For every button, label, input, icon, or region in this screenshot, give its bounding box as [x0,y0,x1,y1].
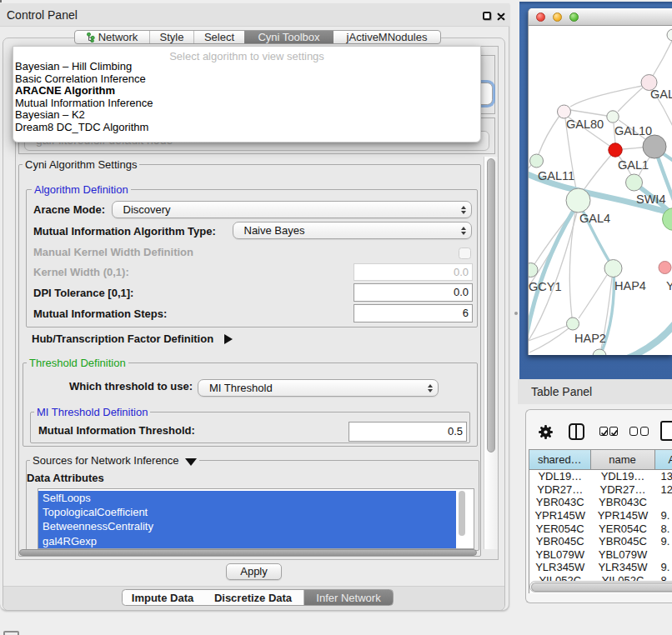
graph-edge[interactable] [579,275,607,318]
column-header[interactable]: A [655,450,672,470]
table-cell: 9. [655,509,672,522]
tab-infer-network[interactable]: Infer Network [304,590,393,605]
attributes-list-scrollbar[interactable] [459,491,465,536]
tab-select[interactable]: Select [194,31,244,43]
algorithm-option[interactable]: Bayesian – K2 [15,109,477,122]
settings-vscrollbar-thumb[interactable] [487,158,495,452]
graph-node-label: GAL10 [614,124,652,138]
graph-node-SWI4[interactable] [626,174,643,191]
data-attributes-list[interactable]: SelfLoopsTopologicalCoefficientBetweenne… [38,488,474,549]
attribute-list-item[interactable]: gal4RGexp [38,534,456,548]
graph-node-GAL10-small[interactable] [607,111,619,122]
algorithm-option[interactable]: Basic Correlation Inference [15,73,477,86]
algorithm-option[interactable]: ARACNE Algorithm [15,85,477,98]
graph-node-GAL1[interactable] [609,143,622,157]
column-header[interactable]: shared… [529,450,591,470]
tab-style[interactable]: Style [150,31,194,43]
close-traffic-light[interactable] [536,12,545,22]
graph-node-GAL11[interactable] [530,154,544,168]
table-cell: YLR345W [591,561,655,574]
settings-hscrollbar-thumb[interactable] [19,549,477,556]
graph-edge[interactable] [618,88,643,112]
graph-edge[interactable] [584,155,611,190]
tab-discretize-data[interactable]: Discretize Data [203,590,304,605]
data-attributes-label: Data Attributes [27,472,104,483]
graph-edge[interactable] [570,86,642,107]
graph-node-label: HAP4 [614,279,646,292]
graph-node-label: GAL4 [579,212,610,225]
table-row[interactable]: YLR345WYLR345W9. [529,561,672,574]
mi-threshold-label: Mutual Information Threshold: [38,425,195,436]
graph-node-Y-pink[interactable] [659,262,671,274]
attribute-list-item[interactable]: TopologicalCoefficient [38,505,456,519]
table-row[interactable]: YBR043CYBR043C [529,496,672,509]
graph-node-HAP4[interactable] [604,260,622,278]
table-row[interactable]: YBL079WYBL079W [529,548,672,562]
graph-node-GAL4[interactable] [566,188,590,212]
kernel-width-field[interactable]: 0.0 [354,263,473,281]
apply-button[interactable]: Apply [226,563,282,580]
attribute-list-item[interactable]: BetweennessCentrality [38,519,456,533]
table-cell: YBR043C [529,496,591,509]
table-row[interactable]: YER054CYER054C8. [529,522,672,535]
mi-type-combo[interactable]: Naive Bayes [233,222,472,239]
graph-edge[interactable] [653,39,672,76]
split-view-icon[interactable] [569,423,584,440]
graph-edge[interactable] [529,328,569,352]
sources-group-toggle[interactable]: Sources for Network Inference [30,455,199,466]
document-icon[interactable] [660,421,672,441]
dpi-tolerance-field[interactable]: 0.0 [354,283,473,302]
mi-steps-field[interactable]: 6 [354,304,473,323]
graph-node-edge-cut-bottom[interactable] [593,349,606,355]
control-panel-title: Control Panel [7,3,78,27]
table-hscrollbar-thumb[interactable] [531,582,672,592]
graph-node-label: GAL [650,88,672,101]
table-cell: YPR145W [591,509,655,522]
graph-edge[interactable] [570,110,607,116]
tab-network[interactable]: Network [75,31,150,43]
checked-checkbox-icon[interactable] [599,427,608,436]
dock-panel-button[interactable] [3,631,19,635]
algorithm-option[interactable]: Bayesian – Hill Climbing [15,61,477,73]
graph-edge[interactable] [622,148,643,149]
graph-edge[interactable] [539,116,559,154]
table-row[interactable]: YBR045CYBR045C9. [529,535,672,548]
mi-threshold-field[interactable]: 0.5 [349,422,467,442]
graph-node-label: HAP2 [574,332,606,345]
unchecked-checkbox-icon[interactable] [629,427,638,436]
graph-edge-highlighted[interactable] [625,318,672,355]
hub-section-toggle[interactable]: Hub/Transcription Factor Definition [32,333,233,345]
table-row[interactable]: YPR145WYPR145W9. [529,509,672,522]
control-panel-titlebar[interactable]: Control Panel [0,3,509,27]
table-panel-header: Table Panel [518,379,672,404]
zoom-traffic-light[interactable] [569,12,579,22]
algorithm-option[interactable]: Dream8 DC_TDC Algorithm [15,122,477,134]
split-pane-divider-handle[interactable] [514,312,518,315]
float-window-icon[interactable] [483,12,491,20]
tab-cyni-toolbox[interactable]: Cyni Toolbox [244,31,333,43]
graph-node-edge-cut-top[interactable] [667,29,672,41]
graph-node-GAL10-gray[interactable] [643,135,666,158]
gear-icon[interactable] [538,424,554,440]
aracne-mode-combo[interactable]: Discovery [112,201,472,218]
expanded-arrow-icon [185,458,197,466]
network-window-titlebar[interactable] [529,8,672,26]
graph-node-HAP2[interactable] [567,318,579,330]
which-threshold-combo[interactable]: MI Threshold [198,379,439,397]
tab-impute-data[interactable]: Impute Data [123,590,203,605]
minimize-traffic-light[interactable] [553,12,562,22]
table-body: YDL19…YDL19…13YDR27…YDR27…12YBR043CYBR04… [529,470,672,587]
graph-node-label: GAL11 [538,169,574,182]
unchecked-checkbox-icon[interactable] [640,427,649,436]
column-header[interactable]: name [591,450,655,470]
tab-jactivemnodules[interactable]: jActiveMNodules [333,31,440,43]
table-row[interactable]: YDR27…YDR27…12 [529,483,672,497]
attribute-list-item[interactable]: SelfLoops [38,491,456,505]
algorithm-option[interactable]: Mutual Information Inference [15,98,477,110]
network-graph[interactable]: GALGAL80GAL10GAL1GAL11SWI4GAL4GCY1HAP4YH… [529,26,672,355]
graph-node-GAL80[interactable] [558,105,571,118]
checked-checkbox-icon[interactable] [609,427,618,436]
close-icon[interactable] [497,12,505,21]
manual-kernel-checkbox[interactable] [459,248,471,259]
table-row[interactable]: YDL19…YDL19…13 [529,470,672,483]
